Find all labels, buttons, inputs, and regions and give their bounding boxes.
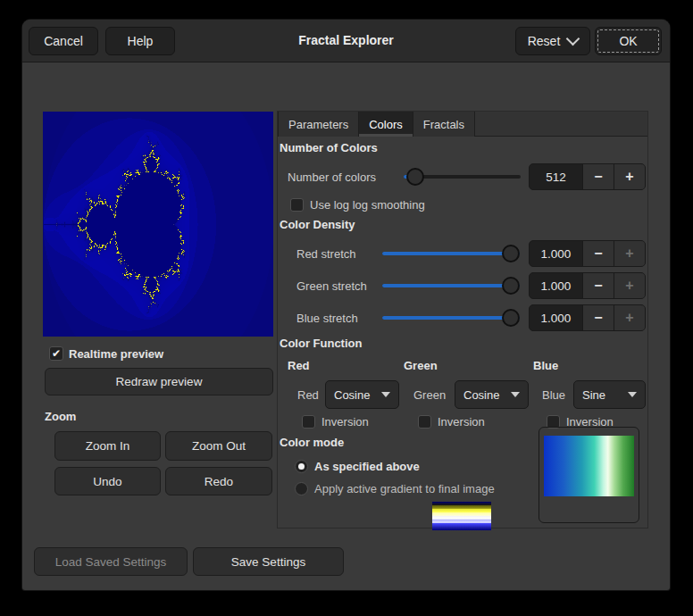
red-inversion-label: Inversion — [321, 415, 369, 429]
dropdown-arrow-icon — [381, 392, 390, 397]
green-function-value: Cosine — [463, 388, 499, 402]
radio-dot-icon — [298, 463, 305, 470]
cancel-button[interactable]: Cancel — [29, 27, 98, 55]
fractal-preview-canvas[interactable] — [43, 112, 273, 337]
dropdown-arrow-icon — [628, 392, 637, 397]
red-stretch-spinbox: 1.000 − + — [529, 240, 646, 267]
green-column-header: Green — [404, 359, 438, 372]
header-bar: Cancel Help Fractal Explorer Reset OK — [22, 20, 670, 62]
green-stretch-slider-thumb[interactable] — [502, 277, 520, 295]
green-stretch-label: Green stretch — [296, 279, 367, 293]
number-of-colors-decrement-button[interactable]: − — [582, 164, 614, 189]
color-density-heading: Color Density — [280, 218, 355, 231]
apply-gradient-radio[interactable] — [295, 482, 308, 495]
tab-strip: Parameters Colors Fractals — [278, 112, 647, 137]
blue-column-header: Blue — [533, 359, 558, 372]
blue-function-dropdown[interactable]: Sine — [573, 380, 646, 409]
red-inversion-checkbox[interactable]: ✔ — [302, 415, 315, 429]
apply-gradient-label: Apply active gradient to final image — [314, 482, 495, 495]
blue-stretch-slider[interactable] — [382, 316, 520, 320]
help-button[interactable]: Help — [105, 27, 175, 55]
red-stretch-increment-button[interactable]: + — [614, 241, 645, 266]
redo-button[interactable]: Redo — [165, 467, 272, 495]
zoom-heading: Zoom — [45, 410, 76, 423]
green-inversion-checkbox[interactable]: ✔ — [418, 415, 431, 429]
red-stretch-label: Red stretch — [296, 247, 355, 261]
green-stretch-value[interactable]: 1.000 — [530, 273, 582, 298]
red-function-dropdown[interactable]: Cosine — [325, 380, 399, 409]
redraw-preview-button[interactable]: Redraw preview — [45, 368, 273, 395]
blue-stretch-label: Blue stretch — [296, 312, 358, 325]
blue-stretch-decrement-button[interactable]: − — [582, 305, 614, 330]
blue-stretch-increment-button[interactable]: + — [614, 305, 645, 330]
number-of-colors-heading: Number of Colors — [280, 141, 378, 154]
active-gradient-button[interactable] — [432, 502, 491, 530]
colormap-preview-frame — [539, 427, 639, 523]
number-of-colors-label: Number of colors — [288, 171, 376, 184]
red-stretch-slider-thumb[interactable] — [502, 245, 520, 262]
blue-stretch-slider-thumb[interactable] — [502, 309, 520, 327]
fractal-explorer-dialog: Cancel Help Fractal Explorer Reset OK ✔ … — [22, 20, 670, 590]
green-stretch-decrement-button[interactable]: − — [582, 273, 614, 298]
as-specified-radio[interactable] — [295, 460, 308, 473]
reset-label: Reset — [528, 34, 561, 48]
number-of-colors-spinbox: 512 − + — [529, 163, 646, 190]
ok-button[interactable]: OK — [595, 27, 662, 55]
red-stretch-slider[interactable] — [382, 252, 520, 255]
as-specified-label: As specified above — [314, 460, 420, 473]
red-stretch-value[interactable]: 1.000 — [530, 241, 582, 266]
red-function-label: Red — [297, 388, 319, 402]
color-function-heading: Color Function — [280, 337, 362, 350]
tab-parameters[interactable]: Parameters — [278, 112, 359, 137]
blue-stretch-spinbox: 1.000 − + — [529, 304, 646, 331]
zoom-in-button[interactable]: Zoom In — [54, 431, 161, 461]
red-function-value: Cosine — [334, 388, 370, 402]
green-stretch-slider[interactable] — [382, 284, 520, 287]
blue-stretch-value[interactable]: 1.000 — [530, 305, 582, 330]
zoom-out-button[interactable]: Zoom Out — [165, 431, 272, 461]
color-mode-heading: Color mode — [280, 436, 344, 449]
blue-function-value: Sine — [582, 388, 605, 402]
tab-fractals[interactable]: Fractals — [413, 112, 475, 137]
log-smoothing-label: Use log log smoothing — [310, 198, 425, 212]
number-of-colors-slider-thumb[interactable] — [406, 168, 424, 186]
number-of-colors-value[interactable]: 512 — [530, 164, 582, 189]
colormap-preview — [544, 436, 634, 496]
green-inversion-label: Inversion — [438, 415, 485, 429]
dropdown-arrow-icon — [511, 392, 520, 397]
chevron-down-icon — [566, 32, 580, 46]
fractal-preview[interactable] — [43, 112, 273, 337]
realtime-preview-label: Realtime preview — [69, 347, 163, 361]
reset-button[interactable]: Reset — [515, 27, 590, 55]
checkmark-icon: ✔ — [50, 347, 63, 360]
blue-function-label: Blue — [542, 388, 565, 402]
tab-colors[interactable]: Colors — [359, 112, 413, 137]
green-stretch-spinbox: 1.000 − + — [529, 272, 646, 299]
green-function-label: Green — [413, 388, 446, 402]
number-of-colors-increment-button[interactable]: + — [614, 164, 645, 189]
green-function-dropdown[interactable]: Cosine — [455, 380, 529, 409]
green-stretch-increment-button[interactable]: + — [614, 273, 645, 298]
load-saved-settings-button[interactable]: Load Saved Settings — [34, 547, 188, 576]
undo-button[interactable]: Undo — [54, 467, 161, 495]
red-stretch-decrement-button[interactable]: − — [582, 241, 614, 266]
log-smoothing-checkbox[interactable]: ✔ — [290, 198, 304, 212]
realtime-preview-checkbox[interactable]: ✔ — [49, 346, 63, 361]
save-settings-button[interactable]: Save Settings — [193, 547, 344, 576]
red-column-header: Red — [288, 359, 310, 372]
